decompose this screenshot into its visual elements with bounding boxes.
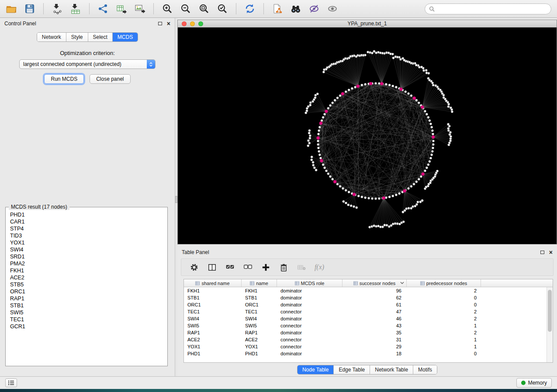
tab-mcds[interactable]: MCDS xyxy=(113,33,138,41)
tab-edge-table[interactable]: Edge Table xyxy=(334,365,370,374)
mcds-result-item[interactable]: STB5 xyxy=(10,281,163,288)
cell-mcds-role: dominator xyxy=(277,330,343,335)
memory-button[interactable]: Memory xyxy=(516,378,552,388)
export-network-button[interactable] xyxy=(95,2,111,16)
table-row[interactable]: RAP1RAP1dominator352 xyxy=(184,329,553,336)
mcds-result-item[interactable]: SWI5 xyxy=(10,309,163,316)
table-body: FKH1FKH1dominator962STB1STB1dominator620… xyxy=(184,287,553,357)
control-panel-header: Control Panel × xyxy=(0,18,175,29)
float-table-panel-icon[interactable] xyxy=(540,251,544,254)
zoom-in-button[interactable] xyxy=(159,2,175,16)
clone-network-button[interactable] xyxy=(270,2,285,16)
table-row[interactable]: FKH1FKH1dominator962 xyxy=(184,287,553,294)
close-table-panel-icon[interactable]: × xyxy=(549,249,553,255)
cell-name: PHD1 xyxy=(242,351,277,356)
close-window-button[interactable] xyxy=(182,21,187,26)
run-mcds-button[interactable]: Run MCDS xyxy=(44,74,84,84)
table-row[interactable]: ORC1ORC1dominator610 xyxy=(184,301,553,308)
zoom-selected-button[interactable] xyxy=(214,2,230,16)
table-row[interactable]: YOX1YOX1connector291 xyxy=(184,343,553,350)
delete-table-button[interactable] xyxy=(296,262,307,272)
table-row[interactable]: PHD1PHD1dominator180 xyxy=(184,350,553,357)
show-graphics-details-icon xyxy=(308,3,320,14)
column-header-predecessor-nodes[interactable]: predecessor nodes xyxy=(407,279,481,287)
memory-status-icon xyxy=(521,381,526,385)
layout-refresh-button[interactable] xyxy=(242,2,258,16)
cell-name: RAP1 xyxy=(242,330,277,335)
network-window-titlebar[interactable]: YPA_prune.txt_1 xyxy=(178,20,557,28)
mcds-result-item[interactable]: ACE2 xyxy=(10,274,163,281)
gear-icon xyxy=(190,263,199,272)
table-settings-button[interactable] xyxy=(188,262,200,272)
mcds-result-item[interactable]: RAP1 xyxy=(10,295,163,302)
show-graphics-details-button[interactable] xyxy=(306,2,322,16)
tab-motifs[interactable]: Motifs xyxy=(413,365,437,374)
table-row[interactable]: TEC1TEC1connector472 xyxy=(184,308,553,315)
mcds-result-item[interactable]: PHD1 xyxy=(10,211,163,218)
cell-successor-nodes: 18 xyxy=(343,351,407,356)
float-panel-icon[interactable] xyxy=(158,22,162,25)
table-row[interactable]: SWI5SWI5connector431 xyxy=(184,322,553,329)
mcds-result-item[interactable]: PMA2 xyxy=(10,260,163,267)
mcds-result-item[interactable]: ORC1 xyxy=(10,288,163,295)
table-row[interactable]: ACE2ACE2connector311 xyxy=(184,336,553,343)
column-header-name[interactable]: name xyxy=(242,279,277,287)
column-header-label: successor nodes xyxy=(360,281,396,286)
tab-network[interactable]: Network xyxy=(37,33,66,41)
close-panel-button[interactable]: Close panel xyxy=(90,74,130,84)
mcds-result-item[interactable]: STP4 xyxy=(10,225,163,232)
hide-graphics-details-button[interactable] xyxy=(325,2,340,16)
zoom-out-button[interactable] xyxy=(178,2,194,16)
node-table: shared namenameMCDS rolesuccessor nodesp… xyxy=(183,279,553,363)
search-input[interactable] xyxy=(437,6,547,12)
column-header-successor-nodes[interactable]: successor nodes xyxy=(343,279,407,287)
mcds-result-item[interactable]: TID3 xyxy=(10,232,163,239)
mcds-result-item[interactable]: TEC1 xyxy=(10,316,163,323)
mcds-result-item[interactable]: SWI4 xyxy=(10,246,163,253)
tab-select[interactable]: Select xyxy=(88,33,113,41)
zoom-fit-button[interactable] xyxy=(196,2,212,16)
mcds-result-item[interactable]: CAR1 xyxy=(10,218,163,225)
first-neighbors-button[interactable] xyxy=(288,2,304,16)
show-columns-button[interactable] xyxy=(206,262,218,272)
export-table-button[interactable] xyxy=(114,2,129,16)
column-sort-icon xyxy=(420,281,425,285)
column-sort-icon xyxy=(250,281,254,285)
function-builder-button[interactable]: f(x) xyxy=(314,262,325,272)
table-scrollbar[interactable] xyxy=(547,287,553,362)
minimize-window-button[interactable] xyxy=(190,21,195,26)
column-header-shared-name[interactable]: shared name xyxy=(184,279,242,287)
mcds-result-title: MCDS result (17 nodes) xyxy=(9,204,69,210)
tab-style[interactable]: Style xyxy=(66,33,88,41)
mcds-result-item[interactable]: STB1 xyxy=(10,302,163,309)
criterion-dropdown[interactable]: largest connected component (undirected) xyxy=(19,59,156,69)
close-panel-icon[interactable]: × xyxy=(167,21,170,27)
mcds-result-item[interactable]: GCR1 xyxy=(10,323,163,330)
select-all-columns-button[interactable] xyxy=(224,262,235,272)
unselect-all-columns-button[interactable] xyxy=(242,262,253,272)
cell-predecessor-nodes: 1 xyxy=(407,344,481,349)
table-row[interactable]: SWI4SWI4dominator462 xyxy=(184,315,553,322)
import-table-button[interactable] xyxy=(68,2,83,16)
maximize-window-button[interactable] xyxy=(198,21,203,26)
cell-successor-nodes: 47 xyxy=(343,309,407,314)
column-header-mcds-role[interactable]: MCDS role xyxy=(277,279,343,287)
open-folder-button[interactable] xyxy=(3,2,19,16)
tab-node-table[interactable]: Node Table xyxy=(298,365,334,374)
create-column-button[interactable] xyxy=(260,262,271,272)
cell-mcds-role: connector xyxy=(277,344,343,349)
mcds-result-item[interactable]: YOX1 xyxy=(10,239,163,246)
mcds-result-item[interactable]: SRD1 xyxy=(10,253,163,260)
table-row[interactable]: STB1STB1dominator620 xyxy=(184,294,553,301)
export-image-button[interactable] xyxy=(132,2,148,16)
import-network-button[interactable] xyxy=(49,2,65,16)
mcds-result-item[interactable]: FKH1 xyxy=(10,267,163,274)
cell-mcds-role: dominator xyxy=(277,302,343,307)
tab-network-table[interactable]: Network Table xyxy=(370,365,413,374)
delete-column-button[interactable] xyxy=(278,262,289,272)
network-canvas[interactable] xyxy=(178,28,557,244)
panel-list-button[interactable] xyxy=(5,378,17,387)
save-button[interactable] xyxy=(22,2,38,16)
table-scrollbar-thumb[interactable] xyxy=(548,290,552,332)
search-box[interactable] xyxy=(425,3,551,14)
